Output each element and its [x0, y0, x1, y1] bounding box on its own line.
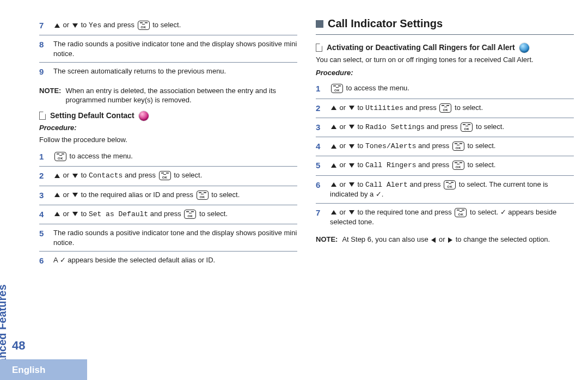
t: or [61, 210, 71, 218]
menu-literal: Call Ringers [365, 161, 416, 169]
t: and press [416, 161, 451, 169]
arrow-up-icon [54, 193, 60, 197]
step-number: 5 [39, 228, 48, 239]
right-column: Call Indicator Settings Activating or De… [316, 16, 574, 341]
arrow-down-icon [349, 125, 354, 129]
step-text: or to the required tone and press to sel… [330, 207, 574, 227]
step-text: or to Utilities and press to select. [330, 103, 574, 113]
step-text: or to Radio Settings and press to select… [330, 122, 574, 132]
t: to access the menu. [344, 84, 409, 92]
ok-key-icon [138, 21, 150, 30]
step-text: or to Call Alert and press to select. Th… [330, 180, 574, 199]
t: and press [416, 142, 451, 150]
check-icon: ✓ [60, 256, 66, 264]
step-number: 7 [316, 207, 324, 218]
t: or [338, 161, 348, 169]
step-row: 6 A ✓ appears beside the selected defaul… [39, 252, 297, 270]
section-bullet-icon [316, 20, 323, 28]
step-text: to access the menu. [53, 151, 297, 161]
step-number: 4 [39, 209, 48, 220]
step-row: 7 or to Yes and press to select. [39, 16, 297, 35]
ok-key-icon [444, 180, 456, 189]
t: to select. [210, 191, 240, 199]
step-text: The radio sounds a positive indicator to… [53, 39, 297, 58]
t: to select. [452, 103, 483, 112]
t: to select. [474, 122, 504, 131]
t: or [338, 103, 348, 112]
t: and press [403, 103, 438, 112]
language-label: English [12, 364, 45, 377]
step-text: or to Contacts and press to select. [53, 170, 297, 181]
menu-literal: Set as Default [89, 210, 148, 218]
arrow-up-icon [331, 182, 336, 187]
t: to access the menu. [68, 152, 133, 160]
step-number: 1 [39, 151, 48, 162]
t: At Step 6, you can also use [342, 235, 430, 243]
t: or [61, 191, 71, 199]
ok-key-icon [184, 210, 196, 219]
step-number: 2 [316, 103, 324, 114]
arrow-down-icon [349, 182, 354, 187]
step-number: 7 [39, 20, 48, 31]
ok-key-icon [461, 122, 473, 132]
procedure-steps: 1 to access the menu. 2 or to Contacts a… [39, 148, 297, 270]
step-text: or to Call Ringers and press to select. [330, 160, 574, 170]
t: and press [425, 122, 460, 131]
t: and press [148, 210, 183, 218]
ok-key-icon [455, 208, 467, 217]
note-paragraph: NOTE: When an entry is deleted, the asso… [39, 86, 297, 105]
arrow-down-icon [72, 212, 78, 216]
ok-key-icon [452, 161, 464, 170]
ok-key-icon [159, 171, 171, 180]
step-row: 2 or to Contacts and press to select. [39, 167, 297, 186]
t: to select. [465, 142, 496, 150]
arrow-up-icon [331, 210, 336, 214]
note-text: When an entry is deleted, the associatio… [65, 86, 297, 105]
subsection-title: Setting Default Contact [50, 111, 149, 121]
t: to [79, 21, 89, 29]
arrow-down-icon [349, 163, 354, 168]
procedure-intro: Follow the procedure below. [39, 135, 297, 145]
step-row: 4 or to Set as Default and press to sele… [39, 205, 297, 224]
step-row: 4 or to Tones/Alerts and press to select… [316, 137, 574, 156]
subsection-heading: Activating or Deactivating Call Ringers … [316, 42, 574, 53]
t: to [356, 142, 365, 150]
menu-literal: Contacts [89, 171, 122, 180]
step-text: or to Yes and press to select. [53, 20, 297, 30]
step-row: 1 to access the menu. [316, 79, 574, 99]
subsection-heading: Setting Default Contact [39, 111, 297, 121]
menu-literal: Tones/Alerts [365, 142, 416, 150]
arrow-up-icon [331, 125, 336, 129]
section-title: Call Indicator Settings [328, 16, 443, 31]
step-row: 9 The screen automatically returns to th… [39, 63, 297, 81]
step-text: A ✓ appears beside the selected default … [53, 255, 297, 265]
step-number: 3 [316, 122, 324, 133]
ok-key-icon [331, 84, 343, 93]
t: or [338, 122, 348, 131]
step-row: 1 to access the menu. [39, 148, 297, 167]
intro-text: You can select, or turn on or off ringin… [316, 55, 574, 65]
step-text: or to Tones/Alerts and press to select. [330, 141, 574, 151]
t: to the required alias or ID and press [79, 191, 195, 199]
left-column: 7 or to Yes and press to select. 8 The r… [39, 16, 297, 341]
section-heading: Call Indicator Settings [316, 16, 574, 31]
arrow-right-icon [448, 237, 452, 243]
t: to select. [151, 21, 181, 29]
step-row: 3 or to the required alias or ID and pre… [39, 186, 297, 205]
step-number: 2 [39, 170, 48, 181]
step-text: The screen automatically returns to the … [53, 66, 297, 76]
t: and press [101, 21, 136, 29]
manual-page: Advanced Features 48 English 7 or to Yes… [0, 0, 588, 380]
procedure-label: Procedure: [316, 68, 574, 78]
t: Activating or Deactivating Call Ringers … [327, 43, 515, 52]
menu-literal: Radio Settings [365, 123, 425, 131]
page-icon [316, 44, 322, 52]
check-icon: ✓ [376, 190, 382, 198]
top-steps: 7 or to Yes and press to select. 8 The r… [39, 16, 297, 82]
ok-key-icon [439, 103, 451, 113]
t: A [53, 256, 60, 264]
feature-icon [519, 43, 529, 53]
arrow-up-icon [331, 144, 336, 149]
step-row: 2 or to Utilities and press to select. [316, 99, 574, 118]
arrow-down-icon [349, 210, 354, 214]
